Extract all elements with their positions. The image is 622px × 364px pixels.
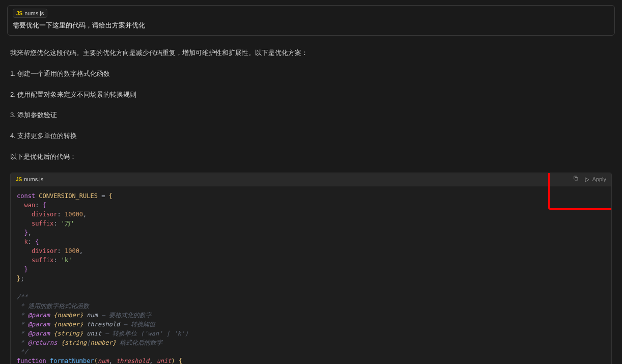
response-intro: 我来帮您优化这段代码。主要的优化方向是减少代码重复，增加可维护性和扩展性。以下是… [10,48,612,59]
code-block-actions: Apply [573,175,606,184]
code-block-filename: nums.js [24,175,43,184]
response-point-1: 1. 创建一个通用的数字格式化函数 [10,69,612,79]
response-point-4: 4. 支持更多单位的转换 [10,131,612,142]
svg-rect-0 [575,177,578,180]
assistant-response: 我来帮您优化这段代码。主要的优化方向是减少代码重复，增加可维护性和扩展性。以下是… [7,48,615,364]
file-chip-name: nums.js [24,10,44,16]
user-input-text: 需要优化一下这里的代码，请给出方案并优化 [13,21,609,30]
copy-icon [573,175,579,181]
copy-button[interactable] [573,175,579,184]
user-input-box: JS nums.js 需要优化一下这里的代码，请给出方案并优化 [7,5,615,36]
code-block-file: JS nums.js [16,175,43,184]
code-content[interactable]: const CONVERSION_RULES = { wan: { diviso… [11,186,611,364]
code-block-header: JS nums.js Apply [11,173,611,187]
svg-marker-1 [585,178,589,182]
response-point-3: 3. 添加参数验证 [10,110,612,121]
code-block: JS nums.js Apply const CONVERSION_RULES … [10,173,612,364]
file-chip[interactable]: JS nums.js [13,9,47,18]
apply-button-label: Apply [592,175,606,184]
apply-button[interactable]: Apply [584,175,606,184]
js-file-icon: JS [16,11,22,16]
response-outro: 以下是优化后的代码： [10,152,612,162]
js-file-icon: JS [16,176,22,184]
response-point-2: 2. 使用配置对象来定义不同场景的转换规则 [10,90,612,100]
play-icon [584,177,590,183]
